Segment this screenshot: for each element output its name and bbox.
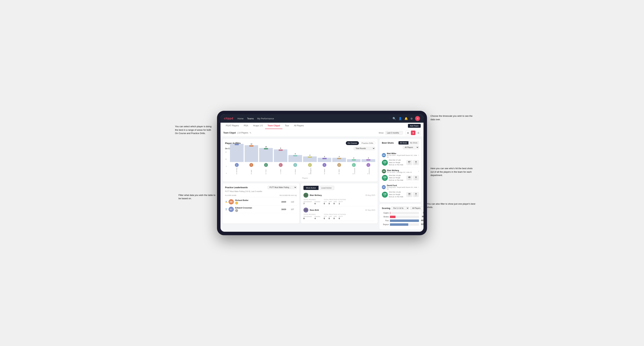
tab-all-players[interactable]: All Players — [292, 123, 306, 129]
tournament-val-1: 7 — [304, 202, 312, 205]
tab-tour[interactable]: Tour — [282, 123, 292, 129]
chevron-right-icon-1[interactable]: › — [418, 154, 419, 156]
leaderboard-row-1: 🥇 RB Richard Butler 1 19/20 110 — [225, 198, 297, 206]
scoring-bars: Eagles 3 Birdies 96 Pars 499 Bogeys 315 — [382, 212, 419, 226]
bar-item-2: 10 D D. Ford — [259, 146, 273, 174]
col-player-name: PLAYER NAME — [225, 194, 279, 196]
chevron-right-icon-2[interactable]: › — [418, 170, 419, 173]
tournament-label-1: Tournament — [304, 201, 312, 202]
nav-home[interactable]: Home — [238, 117, 244, 121]
scoring-bar-wrap-0: 3 — [390, 212, 419, 214]
shots-players-select[interactable]: All Players — [403, 146, 419, 149]
annotation-top-left: You can select which player is doing the… — [175, 125, 214, 135]
shot-details-3: 198 SG Shot Dist: 16 ydsStart Lie: Rough… — [382, 191, 419, 198]
practice-leaderboard-card: Practice Leaderboards PUTT Must Make Put… — [222, 183, 299, 223]
most-active-card: Most Active Least Active BM Blair McHarg — [301, 183, 378, 223]
scoring-title: Scoring — [382, 207, 390, 209]
bell-icon[interactable]: 🔔 — [404, 117, 408, 120]
scoring-players-select[interactable]: All Players — [410, 206, 424, 210]
bar-name-3: J. Coles — [280, 167, 282, 174]
grid-view-btn[interactable]: ⊞ — [406, 131, 410, 135]
bar-value-9: 2 — [368, 157, 369, 159]
shot-metrics-3: 16 yds 0 yds — [406, 192, 419, 197]
activity-date-1: 26 Aug 2023 — [366, 194, 375, 196]
edit-icon[interactable]: ✎ — [250, 132, 252, 134]
tab-team-clippd[interactable]: Team Clippd — [265, 123, 282, 129]
scoring-bar-row-2: Pars 499 — [382, 219, 419, 222]
least-active-btn[interactable]: Least Active — [318, 186, 334, 190]
team-header: Team Clippd | 14 Players ✎ Show: Last 3 … — [220, 129, 424, 137]
list-view-btn[interactable]: ☰ — [416, 131, 421, 135]
shot-item-3: DF David Ford 24 Aug 2023 · Royal North … — [382, 183, 419, 200]
users-icon[interactable]: 👤 — [398, 117, 402, 120]
leaderboard-title: Practice Leaderboards — [225, 186, 248, 189]
practice-activities-label-2: Total Practice Activities — [324, 213, 346, 215]
bar-name-4: E. Ebert — [294, 167, 296, 174]
x-axis-label: Players — [230, 177, 380, 179]
bar-value-2: 10 — [265, 146, 267, 148]
team-name: Team Clippd — [223, 132, 236, 134]
nav-icons: 🔍 👤 🔔 ⊕ U — [392, 116, 420, 121]
bar-avatar-8: E — [352, 163, 356, 167]
drill-select[interactable]: PUTT Must Make Putting ... — [268, 186, 297, 189]
shot-info-1: Shot Dist: 67 ydsStart Lie: RoughEnd Lie… — [389, 159, 405, 166]
col-pb-avg: PB AVG SQ — [288, 194, 297, 196]
bottom-left-cards: Practice Leaderboards PUTT Must Make Put… — [222, 183, 378, 223]
most-active-btn[interactable]: Most Active — [304, 186, 318, 190]
scoring-bar-label-1: Birdies — [382, 216, 389, 218]
scoring-bar-wrap-3: 315 — [390, 223, 419, 226]
my-shots-btn[interactable]: My Shots — [408, 141, 419, 145]
bar-avatar-3: J — [279, 163, 282, 167]
activity-stats-1: Total Rounds Tournament 7 Practice — [304, 199, 375, 205]
bar-value-0: 13 — [236, 142, 238, 144]
bar-avatar-5: O — [308, 163, 312, 167]
metric-carry-1: 0 yds — [413, 160, 419, 165]
chart-filter-select[interactable]: Total Rounds Avg Score Practice Activiti… — [354, 147, 375, 150]
total-rounds-label-2: Total Rounds — [304, 213, 320, 215]
shot-metrics-1: 67 yds 0 yds — [406, 160, 419, 165]
activity-name-2: Rees Britt — [310, 209, 319, 211]
player-info-1: Richard Butler 1 — [235, 199, 279, 204]
scoring-card: Scoring Par 3, 4 & 5s All Players Eagles — [380, 204, 422, 230]
bar-name-1: R. Britt — [250, 167, 252, 174]
rank-badge-2: 2 — [235, 209, 238, 212]
all-shots-btn[interactable]: All Shots — [398, 141, 408, 145]
practice-activities-group-2: Total Practice Activities GTT 0 APP — [324, 213, 346, 219]
chevron-right-icon-3[interactable]: › — [418, 186, 419, 188]
card-view-btn[interactable]: ♥ — [411, 131, 416, 135]
nav-performance[interactable]: My Performance — [257, 117, 274, 121]
plus-circle-icon[interactable]: ⊕ — [410, 117, 413, 120]
search-icon[interactable]: 🔍 — [392, 117, 396, 120]
shot-player-info-3: David Ford 24 Aug 2023 · Royal North Dev… — [387, 184, 417, 190]
shot-metrics-2: 43 yds 0 yds — [406, 175, 419, 180]
activity-player-info-1: BM Blair McHarg — [304, 193, 322, 198]
shot-player-row-3: DF David Ford 24 Aug 2023 · Royal North … — [382, 184, 419, 190]
bar-avatar-6: R — [322, 163, 326, 167]
nav-links: Home Teams My Performance — [238, 117, 388, 121]
bar-5 — [303, 156, 317, 162]
practice-activities-label-1: Total Practice Activities — [324, 199, 346, 200]
total-rounds-label-1: Total Rounds — [304, 199, 320, 200]
bar-avatar-0: B — [235, 163, 239, 167]
bar-0 — [230, 144, 244, 162]
practice-drills-pill[interactable]: Practice Drills — [360, 141, 375, 145]
bar-7 — [332, 158, 346, 162]
bar-avatar-4: E — [293, 163, 297, 167]
bar-name-8: E. Crossman — [352, 167, 356, 174]
scoring-filter-select[interactable]: Par 3, 4 & 5s — [391, 206, 409, 210]
player-name-2: Edward Crossman — [235, 207, 279, 209]
add-team-button[interactable]: Add Team — [408, 124, 421, 128]
nav-teams[interactable]: Teams — [247, 117, 254, 121]
on-course-pill[interactable]: On Course — [346, 141, 359, 145]
tab-pgat-players[interactable]: PGAT Players — [223, 123, 241, 129]
shot-player-row-2: BM Blair McHarg 23 Jul 2023 · Ashridge G… — [382, 169, 419, 173]
timeframe-select[interactable]: Last 3 months Last month Last 6 months T… — [385, 131, 403, 135]
tab-pga[interactable]: PGA — [241, 123, 250, 129]
activity-avatar-2: RB — [304, 208, 308, 212]
bar-name-0: B. McHarg — [236, 167, 238, 174]
user-avatar[interactable]: U — [415, 116, 420, 121]
tab-hcaps[interactable]: Hcaps 1-5 — [250, 123, 265, 129]
shots-toggle: All Shots My Shots — [398, 141, 419, 145]
activity-stats-2: Total Rounds Tournament 8 Practice — [304, 213, 375, 219]
logo: clippd — [224, 117, 233, 120]
